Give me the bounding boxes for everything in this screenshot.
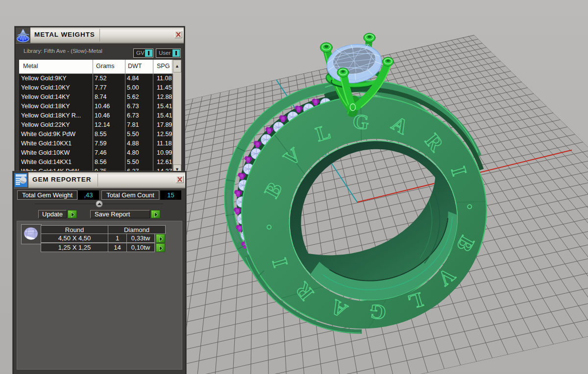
svg-text:G: G [369, 300, 387, 324]
